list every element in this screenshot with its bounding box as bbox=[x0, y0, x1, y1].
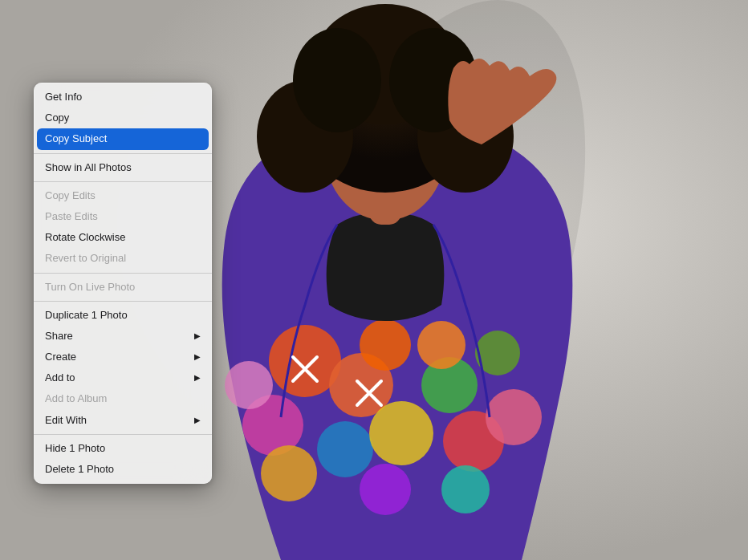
svg-point-11 bbox=[417, 321, 465, 369]
svg-point-10 bbox=[360, 319, 411, 371]
menu-item-rotate-clockwise[interactable]: Rotate Clockwise bbox=[34, 227, 212, 248]
menu-item-copy-edits: Copy Edits bbox=[34, 185, 212, 206]
menu-item-copy-subject[interactable]: Copy Subject bbox=[37, 128, 209, 149]
menu-item-label-share: Share bbox=[45, 329, 73, 343]
svg-point-5 bbox=[317, 421, 373, 477]
menu-item-duplicate-photo[interactable]: Duplicate 1 Photo bbox=[34, 305, 212, 326]
svg-point-6 bbox=[369, 401, 433, 465]
menu-item-hide-photo[interactable]: Hide 1 Photo bbox=[34, 438, 212, 459]
menu-item-delete-photo[interactable]: Delete 1 Photo bbox=[34, 459, 212, 480]
menu-item-create[interactable]: Create▶ bbox=[34, 347, 212, 367]
menu-item-label-copy-edits: Copy Edits bbox=[45, 189, 96, 203]
svg-point-9 bbox=[225, 361, 273, 409]
menu-item-label-add-to-album: Add to Album bbox=[45, 392, 107, 406]
menu-item-turn-on-live-photo: Turn On Live Photo bbox=[34, 277, 212, 298]
menu-item-paste-edits: Paste Edits bbox=[34, 206, 212, 227]
menu-item-label-show-in-all-photos: Show in All Photos bbox=[45, 160, 132, 175]
submenu-arrow-create: ▶ bbox=[194, 351, 201, 363]
menu-item-label-get-info: Get Info bbox=[45, 90, 82, 104]
menu-item-label-rotate-clockwise: Rotate Clockwise bbox=[45, 230, 125, 245]
svg-point-15 bbox=[486, 389, 542, 445]
menu-item-edit-with[interactable]: Edit With▶ bbox=[34, 410, 212, 431]
menu-separator bbox=[34, 273, 212, 274]
menu-item-revert-to-original: Revert to Original bbox=[34, 248, 212, 269]
menu-item-label-add-to: Add to bbox=[45, 371, 75, 385]
svg-point-14 bbox=[441, 465, 490, 513]
submenu-arrow-add-to: ▶ bbox=[194, 372, 201, 383]
menu-item-label-paste-edits: Paste Edits bbox=[45, 209, 98, 224]
menu-separator bbox=[34, 181, 212, 182]
menu-item-add-to-album: Add to Album bbox=[34, 388, 212, 409]
menu-item-label-turn-on-live-photo: Turn On Live Photo bbox=[45, 280, 135, 294]
menu-item-get-info[interactable]: Get Info bbox=[34, 87, 212, 108]
menu-item-label-revert-to-original: Revert to Original bbox=[45, 251, 126, 266]
menu-item-label-hide-photo: Hide 1 Photo bbox=[45, 441, 105, 456]
menu-item-label-copy: Copy bbox=[45, 111, 69, 125]
menu-item-add-to[interactable]: Add to▶ bbox=[34, 367, 212, 388]
svg-point-12 bbox=[261, 445, 317, 501]
menu-item-label-copy-subject: Copy Subject bbox=[45, 132, 107, 146]
submenu-arrow-edit-with: ▶ bbox=[194, 415, 201, 426]
menu-item-copy[interactable]: Copy bbox=[34, 108, 212, 128]
svg-point-13 bbox=[360, 464, 411, 515]
svg-point-23 bbox=[293, 28, 381, 132]
menu-item-show-in-all-photos[interactable]: Show in All Photos bbox=[34, 157, 212, 178]
menu-item-share[interactable]: Share▶ bbox=[34, 326, 212, 347]
menu-separator bbox=[34, 153, 212, 154]
menu-separator bbox=[34, 301, 212, 302]
menu-item-label-delete-photo: Delete 1 Photo bbox=[45, 462, 114, 477]
menu-item-label-duplicate-photo: Duplicate 1 Photo bbox=[45, 308, 128, 323]
menu-item-label-edit-with: Edit With bbox=[45, 413, 87, 428]
menu-item-label-create: Create bbox=[45, 350, 76, 364]
menu-separator bbox=[34, 434, 212, 435]
submenu-arrow-share: ▶ bbox=[194, 331, 201, 342]
context-menu: Get InfoCopyCopy SubjectShow in All Phot… bbox=[34, 83, 212, 484]
